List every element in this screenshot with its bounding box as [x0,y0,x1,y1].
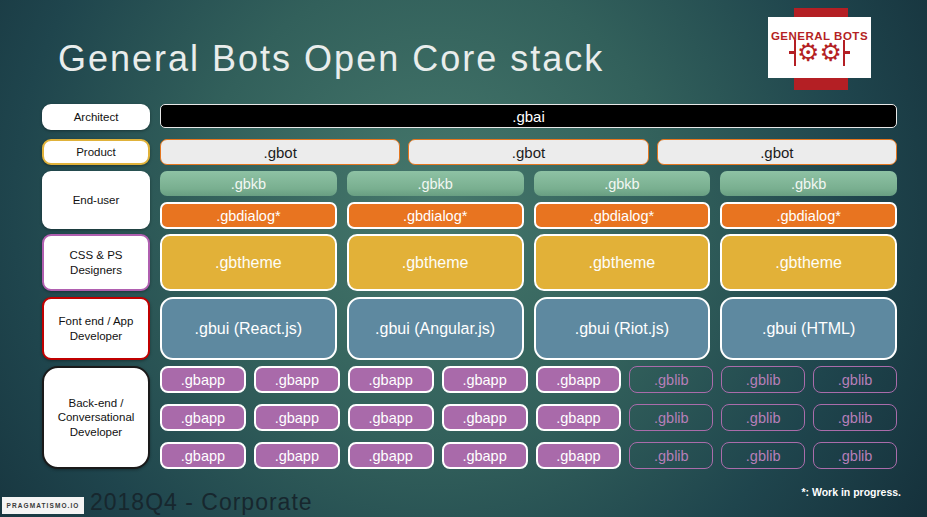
gbapp-box: .gbapp [536,442,622,469]
role-label-architect: Architect [42,104,150,130]
gbapp-box: .gbapp [442,442,528,469]
role-label-end-user: End-user [42,171,150,229]
gbapp-box: .gbapp [536,404,622,431]
gbtheme-box: .gbtheme [347,234,524,291]
role-label-css-ps-designers: CSS & PS Designers [42,234,150,291]
gbdialog-box: .gbdialog* [160,202,337,229]
backend-row-1: .gbapp .gbapp .gbapp .gbapp .gbapp .gbli… [160,366,897,393]
gblib-box: .gblib [721,442,805,469]
gbapp-box: .gbapp [348,366,434,393]
gbot-box: .gbot [657,139,897,165]
gbai-box: .gbai [160,104,897,128]
gbapp-box: .gbapp [160,442,246,469]
gbapp-box: .gbapp [536,366,622,393]
role-label-product: Product [42,139,150,165]
gbui-riot-box: .gbui (Riot.js) [534,297,711,360]
gear-icon: ⚙ [820,40,842,65]
gbtheme-box: .gbtheme [720,234,897,291]
gbapp-box: .gbapp [254,404,340,431]
general-bots-logo: GENERAL BOTS ⚙ ⚙ [768,17,871,78]
gbui-html-box: .gbui (HTML) [720,297,897,360]
gblib-box: .gblib [721,404,805,431]
gbapp-box: .gbapp [254,442,340,469]
gblib-box: .gblib [629,442,713,469]
page-title: General Bots Open Core stack [58,38,604,80]
gbkb-row: .gbkb .gbkb .gbkb .gbkb [160,171,897,196]
role-label-back-end-developer: Back-end / Conversational Developer [42,366,150,469]
gblib-box: .gblib [629,366,713,393]
gbai-row: .gbai [160,104,897,128]
gbapp-box: .gbapp [442,404,528,431]
backend-row-3: .gbapp .gbapp .gbapp .gbapp .gbapp .gbli… [160,442,897,469]
gblib-box: .gblib [813,404,897,431]
gbdialog-box: .gbdialog* [534,202,711,229]
gbapp-box: .gbapp [442,366,528,393]
gbui-row: .gbui (React.js) .gbui (Angular.js) .gbu… [160,297,897,360]
role-label-front-end-developer: Font end / App Developer [42,297,150,360]
gbapp-box: .gbapp [348,442,434,469]
slide-caption: 2018Q4 - Corporate [90,489,313,516]
gbdialog-row: .gbdialog* .gbdialog* .gbdialog* .gbdial… [160,202,897,229]
gbot-row: .gbot .gbot .gbot [160,139,897,165]
gbkb-box: .gbkb [347,171,524,196]
gbapp-box: .gbapp [254,366,340,393]
pragmatismo-logo: PRAGMATISMO.IO [2,497,84,514]
gblib-box: .gblib [813,442,897,469]
work-in-progress-footnote: *: Work in progress. [801,486,901,498]
gbdialog-box: .gbdialog* [720,202,897,229]
gblib-box: .gblib [629,404,713,431]
gbtheme-row: .gbtheme .gbtheme .gbtheme .gbtheme [160,234,897,291]
backend-row-2: .gbapp .gbapp .gbapp .gbapp .gbapp .gbli… [160,404,897,431]
gblib-box: .gblib [813,366,897,393]
gbkb-box: .gbkb [720,171,897,196]
gbkb-box: .gbkb [160,171,337,196]
gbapp-box: .gbapp [160,404,246,431]
slide: General Bots Open Core stack GENERAL BOT… [0,0,927,517]
gbot-box: .gbot [160,139,400,165]
gbkb-box: .gbkb [534,171,711,196]
gblib-box: .gblib [721,366,805,393]
gbapp-box: .gbapp [160,366,246,393]
gbtheme-box: .gbtheme [534,234,711,291]
gear-axle-left [794,40,797,66]
logo-gears-icon: ⚙ ⚙ [794,40,846,66]
gbtheme-box: .gbtheme [160,234,337,291]
gbui-react-box: .gbui (React.js) [160,297,337,360]
gbui-angular-box: .gbui (Angular.js) [347,297,524,360]
gbapp-box: .gbapp [348,404,434,431]
gbot-box: .gbot [408,139,648,165]
gear-axle-right [843,40,846,66]
gbdialog-box: .gbdialog* [347,202,524,229]
gear-icon: ⚙ [797,40,819,65]
